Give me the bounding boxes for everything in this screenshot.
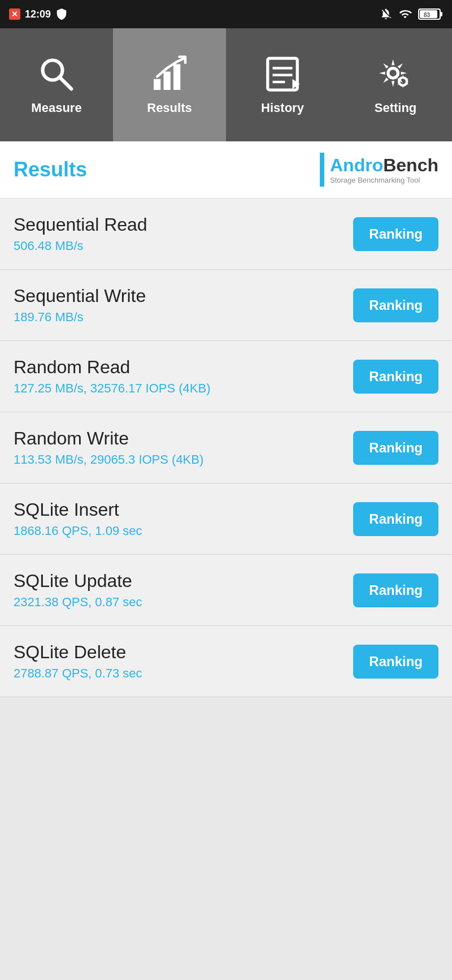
result-name-sequential-read: Sequential Read: [14, 214, 147, 235]
status-right: 83: [380, 8, 443, 20]
svg-rect-8: [173, 64, 180, 90]
battery-icon: 83: [418, 8, 443, 20]
svg-point-14: [388, 68, 398, 79]
result-name-sqlite-delete: SQLite Delete: [14, 642, 142, 663]
result-info-sequential-read: Sequential Read 506.48 MB/s: [14, 214, 147, 253]
bell-mute-icon: [380, 8, 392, 20]
ranking-button-random-read[interactable]: Ranking: [353, 360, 438, 394]
status-bar: ✕ 12:09 83: [0, 0, 452, 28]
result-row-sequential-read: Sequential Read 506.48 MB/s Ranking: [0, 198, 452, 270]
result-value-sequential-write: 189.76 MB/s: [14, 310, 146, 325]
ranking-button-sequential-read[interactable]: Ranking: [353, 217, 438, 251]
ranking-button-sqlite-delete[interactable]: Ranking: [353, 645, 438, 679]
svg-rect-6: [154, 79, 160, 90]
page-header: Results AndroBench Storage Benchmarking …: [0, 141, 452, 198]
status-x-icon: ✕: [9, 8, 20, 20]
result-value-sqlite-insert: 1868.16 QPS, 1.09 sec: [14, 524, 142, 538]
result-row-random-read: Random Read 127.25 MB/s, 32576.17 IOPS (…: [0, 341, 452, 412]
result-row-sqlite-delete: SQLite Delete 2788.87 QPS, 0.73 sec Rank…: [0, 626, 452, 697]
svg-line-5: [59, 77, 71, 89]
logo-main: AndroBench: [330, 155, 438, 176]
ranking-button-sqlite-update[interactable]: Ranking: [353, 573, 438, 607]
ranking-button-sqlite-insert[interactable]: Ranking: [353, 502, 438, 536]
tab-history[interactable]: History: [226, 28, 339, 141]
result-name-random-write: Random Write: [14, 428, 203, 449]
result-value-sequential-read: 506.48 MB/s: [14, 239, 147, 253]
result-info-random-write: Random Write 113.53 MB/s, 29065.3 IOPS (…: [14, 428, 203, 467]
svg-point-15: [399, 77, 407, 85]
wifi-icon: [398, 8, 412, 20]
result-name-random-read: Random Read: [14, 357, 211, 378]
result-info-sequential-write: Sequential Write 189.76 MB/s: [14, 286, 146, 325]
result-row-sqlite-insert: SQLite Insert 1868.16 QPS, 1.09 sec Rank…: [0, 483, 452, 555]
tab-results-label: Results: [147, 101, 192, 115]
result-name-sqlite-insert: SQLite Insert: [14, 499, 142, 520]
tab-results[interactable]: Results: [113, 28, 226, 141]
status-left: ✕ 12:09: [9, 8, 68, 20]
result-name-sqlite-update: SQLite Update: [14, 571, 142, 592]
svg-rect-7: [164, 72, 171, 90]
result-value-sqlite-update: 2321.38 QPS, 0.87 sec: [14, 595, 142, 610]
results-list: Sequential Read 506.48 MB/s Ranking Sequ…: [0, 198, 452, 697]
logo-area: AndroBench Storage Benchmarking Tool: [320, 153, 438, 187]
result-info-sqlite-insert: SQLite Insert 1868.16 QPS, 1.09 sec: [14, 499, 142, 538]
tab-setting[interactable]: Setting: [339, 28, 452, 141]
svg-text:83: 83: [424, 12, 431, 18]
bottom-space: [0, 697, 452, 980]
status-time: 12:09: [25, 8, 51, 20]
tab-history-label: History: [261, 101, 304, 115]
result-row-sqlite-update: SQLite Update 2321.38 QPS, 0.87 sec Rank…: [0, 555, 452, 626]
result-value-random-read: 127.25 MB/s, 32576.17 IOPS (4KB): [14, 381, 211, 396]
result-value-random-write: 113.53 MB/s, 29065.3 IOPS (4KB): [14, 452, 203, 467]
svg-rect-1: [440, 12, 442, 16]
tab-measure[interactable]: Measure: [0, 28, 113, 141]
page-title: Results: [14, 158, 87, 182]
result-info-random-read: Random Read 127.25 MB/s, 32576.17 IOPS (…: [14, 357, 211, 396]
result-row-random-write: Random Write 113.53 MB/s, 29065.3 IOPS (…: [0, 412, 452, 483]
result-value-sqlite-delete: 2788.87 QPS, 0.73 sec: [14, 666, 142, 681]
result-row-sequential-write: Sequential Write 189.76 MB/s Ranking: [0, 270, 452, 341]
shield-icon: [55, 8, 68, 20]
ranking-button-random-write[interactable]: Ranking: [353, 431, 438, 465]
result-info-sqlite-update: SQLite Update 2321.38 QPS, 0.87 sec: [14, 571, 142, 610]
result-name-sequential-write: Sequential Write: [14, 286, 146, 306]
tab-setting-label: Setting: [375, 101, 417, 115]
tab-measure-label: Measure: [31, 101, 81, 115]
result-info-sqlite-delete: SQLite Delete 2788.87 QPS, 0.73 sec: [14, 642, 142, 681]
logo-sub: Storage Benchmarking Tool: [330, 176, 438, 184]
logo-bar: [320, 153, 324, 187]
logo-text: AndroBench Storage Benchmarking Tool: [330, 155, 438, 184]
ranking-button-sequential-write[interactable]: Ranking: [353, 288, 438, 322]
tab-bar: Measure Results History: [0, 28, 452, 141]
